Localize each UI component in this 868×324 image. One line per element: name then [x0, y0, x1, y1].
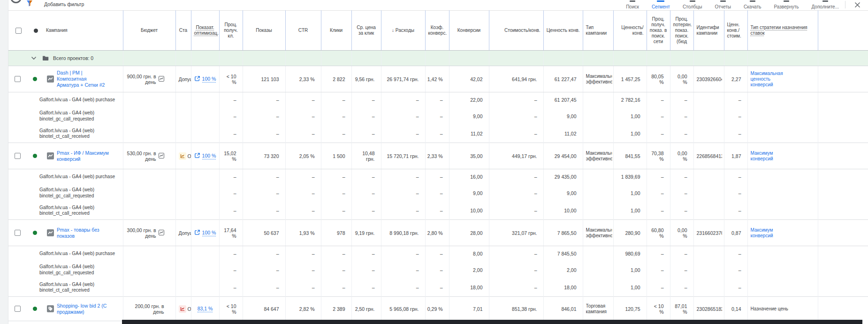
toolbar-button-скачать[interactable]: Скачать: [744, 0, 761, 9]
cell-cb: [8, 66, 26, 92]
cell-ctr: –: [285, 184, 321, 202]
column-header-budget[interactable]: Бюджет: [123, 11, 175, 51]
cell-conversion-action: Galfort.lviv.ua - GA4 (web) binotel_gc_c…: [8, 107, 123, 125]
toolbar-button-сегмент[interactable]: Сегмент: [652, 0, 670, 9]
cell-ctr: –: [285, 279, 321, 297]
bid-strategy-link[interactable]: Максимум конверсий: [751, 151, 791, 162]
column-header-opt_score[interactable]: Показат. оптимизац.: [191, 11, 219, 51]
optimization-score-link[interactable]: 83,1 %: [198, 306, 213, 312]
column-header-value_per_conv[interactable]: Ценность/конв.: [613, 11, 647, 51]
row-checkbox[interactable]: [15, 306, 21, 312]
cell-filler: [818, 92, 868, 107]
optimization-score-link[interactable]: 100 %: [202, 76, 216, 83]
add-filter-button[interactable]: Добавить фильтр: [44, 1, 84, 7]
bid-strategy-link[interactable]: Максимальная ценность конверсий: [751, 71, 791, 88]
column-header-impressions[interactable]: Показы: [243, 11, 285, 51]
column-header-cost_per_conv[interactable]: Стоимость/конв.: [489, 11, 543, 51]
cell-filler: [818, 220, 868, 246]
campaign-name-link[interactable]: Dash | PM | Композитная Арматура + Сетки…: [57, 70, 109, 88]
cell-avg_cpc: –: [351, 169, 381, 184]
cell-conv_value: 29 435,00: [543, 169, 583, 184]
cell-camp_id: [693, 184, 724, 202]
cell-click_share: –: [219, 107, 243, 125]
cell-camp_id: [693, 246, 724, 261]
column-header-avg_cpc[interactable]: Ср. цена за клик: [351, 11, 381, 51]
toolbar-button-дополните-[interactable]: Дополните...: [811, 0, 839, 9]
column-header-conversions[interactable]: Конверсии: [449, 11, 489, 51]
cell-impressions: –: [243, 125, 285, 143]
cell-search_lost: 0,00 %: [670, 143, 693, 169]
status-dot-header-icon: [34, 29, 38, 33]
collapse-chevron-down-icon[interactable]: [31, 56, 37, 60]
row-checkbox[interactable]: [15, 76, 21, 82]
cell-budget: [123, 261, 175, 279]
cell-filler: [818, 246, 868, 261]
cell-budget: [123, 202, 175, 220]
cell-conversion-action: Galfort.lviv.ua - GA4 (web) binotel_ct_c…: [8, 125, 123, 143]
column-header-bid_strategy[interactable]: Тип стратегии назначения ставок: [747, 11, 818, 51]
campaign-name-link[interactable]: Pmax - ИФ / Максимум конверсий: [57, 150, 109, 162]
select-all-checkbox[interactable]: [15, 28, 22, 34]
cell-budget: [123, 92, 175, 107]
toolbar-button-отчеты[interactable]: Отчеты: [715, 0, 731, 9]
cell-conv_rate: [425, 51, 449, 66]
column-header-clicks[interactable]: Клики: [321, 11, 351, 51]
toolbar-button-развернуть[interactable]: Развернуть: [774, 0, 799, 9]
cell-value_cost: 1,87: [724, 143, 747, 169]
optimization-score-link[interactable]: 100 %: [202, 153, 216, 159]
column-header-search_lost[interactable]: Проц. потерян. показ. поиск. (бюд: [670, 11, 693, 51]
cell-opt_score: 100 %: [191, 143, 219, 169]
cell-search_is: –: [647, 279, 670, 297]
conversion-action-sub-row: Galfort.lviv.ua - GA4 (web) binotel_gc_c…: [8, 261, 868, 279]
horizontal-scrollbar[interactable]: [122, 320, 862, 324]
toolbar-button-поиск[interactable]: Поиск: [626, 0, 639, 9]
cell-clicks: –: [321, 107, 351, 125]
campaign-name-link[interactable]: Pmax - товары без показов: [57, 227, 109, 239]
budget-value[interactable]: 900,00 грн. в день: [125, 74, 169, 85]
cell-impressions: [243, 51, 285, 66]
cell-camp_id: [693, 169, 724, 184]
cell-search_is: 70,38 %: [647, 143, 670, 169]
cell-cost: 8 990,18 грн.: [381, 220, 425, 246]
cell-cost_per_conv: 449,17 грн.: [489, 143, 543, 169]
toolbar-button-icon: [784, 0, 789, 2]
row-checkbox[interactable]: [15, 153, 21, 159]
budget-value[interactable]: 530,00 грн. в день: [125, 151, 169, 162]
cell-opt_score: [191, 184, 219, 202]
column-header-ctr[interactable]: CTR: [285, 11, 321, 51]
budget-value[interactable]: 300,00 грн. в день: [125, 227, 169, 239]
close-icon[interactable]: [854, 1, 860, 10]
campaign-id-text: 22685684132: [697, 153, 722, 159]
campaign-type-text: Максимальн эффективно: [586, 227, 612, 239]
cell-conv_value: 2,00: [543, 261, 583, 279]
column-header-camp_type[interactable]: Тип кампании: [583, 11, 613, 51]
cell-dot: [26, 143, 43, 169]
column-header-value_cost[interactable]: Ценн. конв./стоим.: [724, 11, 747, 51]
cell-impressions: –: [243, 92, 285, 107]
cell-camp_id: [693, 51, 724, 66]
cell-bid_strategy: [747, 51, 818, 66]
campaign-name-link[interactable]: Shopping- low bid 2 (С продажами): [57, 303, 109, 315]
cell-click_share: –: [219, 261, 243, 279]
campaign-row: Shopping- low bid 2 (С продажами)200,00 …: [8, 297, 868, 321]
column-header-name[interactable]: Кампания: [43, 11, 123, 51]
column-header-cost[interactable]: ↓ Расходы: [381, 11, 425, 51]
cell-conv_rate: 0,29 %: [425, 297, 449, 321]
column-header-conv_rate[interactable]: Коэф. конверс.: [425, 11, 449, 51]
optimization-score-link[interactable]: 100 %: [202, 230, 216, 236]
conversion-action-sub-row: Galfort.lviv.ua - GA4 (web) binotel_gc_c…: [8, 107, 868, 125]
cell-value_cost: –: [724, 246, 747, 261]
column-header-camp_id[interactable]: Идентифи кампании: [693, 11, 724, 51]
budget-value[interactable]: 200,00 грн. в день: [125, 303, 169, 315]
column-header-conv_value[interactable]: Ценность конв.: [543, 11, 583, 51]
cell-value_cost: –: [724, 279, 747, 297]
cell-status: Допущ: [175, 220, 191, 246]
bid-strategy-link[interactable]: Максимум конверсий: [751, 227, 791, 239]
toolbar-button-столбцы[interactable]: Столбцы: [683, 0, 702, 9]
column-header-click_share[interactable]: Проц. получ. кл.: [219, 11, 243, 51]
cell-bid_strategy: [747, 279, 818, 297]
column-header-search_is[interactable]: Проц. получ. показ. в поиск. сети: [647, 11, 670, 51]
row-checkbox[interactable]: [15, 230, 21, 236]
cell-search_lost: –: [670, 246, 693, 261]
column-header-status[interactable]: Ста: [175, 11, 191, 51]
